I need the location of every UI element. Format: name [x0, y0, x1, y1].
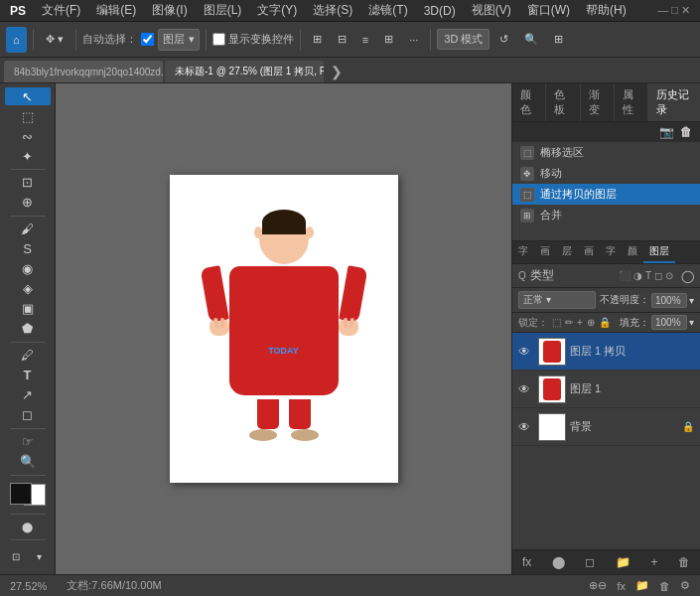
- status-folder-icon[interactable]: 📁: [635, 579, 649, 592]
- history-brush-tool[interactable]: ◉: [5, 260, 51, 278]
- history-camera-icon[interactable]: 📷: [659, 125, 674, 139]
- pen-tool[interactable]: 🖊: [5, 347, 51, 365]
- menu-file[interactable]: 文件(F): [40, 2, 82, 19]
- status-trash-icon[interactable]: 🗑: [659, 580, 670, 592]
- history-item-3[interactable]: ⬚ 通过拷贝的图层: [512, 184, 700, 205]
- clone-tool[interactable]: S: [5, 240, 51, 258]
- search-button[interactable]: 🔍: [518, 27, 544, 53]
- menu-filter[interactable]: 滤镜(T): [366, 2, 409, 19]
- lock-pixels-icon[interactable]: ✏: [565, 317, 573, 328]
- magic-wand-tool[interactable]: ✦: [5, 147, 51, 165]
- filter-pixel-icon[interactable]: ⬛: [619, 270, 630, 281]
- tab-gradient[interactable]: 渐变: [581, 83, 615, 121]
- more-options-button[interactable]: ···: [403, 27, 424, 53]
- menu-3d[interactable]: 3D(D): [422, 4, 458, 18]
- layer-item-background[interactable]: 👁 背景 🔒: [512, 408, 700, 446]
- quick-mask-button[interactable]: ⬤: [5, 518, 51, 535]
- menu-layer[interactable]: 图层(L): [202, 2, 244, 19]
- tab-image2[interactable]: 未标题-1 @ 27.5% (图层 1 拷贝, RGB/8) ✕: [165, 61, 324, 82]
- menu-ps[interactable]: PS: [8, 4, 28, 18]
- delete-layer-button[interactable]: 🗑: [674, 553, 694, 571]
- menu-edit[interactable]: 编辑(E): [94, 2, 138, 19]
- eraser-tool[interactable]: ◈: [5, 280, 51, 298]
- layers-tab-layers[interactable]: 图层: [643, 241, 675, 263]
- menu-help[interactable]: 帮助(H): [584, 2, 629, 19]
- fill-input[interactable]: [651, 315, 687, 330]
- filter-shape-icon[interactable]: ◻: [654, 270, 662, 281]
- filter-adjust-icon[interactable]: ◑: [633, 270, 642, 281]
- tab-swatches[interactable]: 色板: [546, 83, 580, 121]
- menu-view[interactable]: 视图(V): [470, 2, 513, 19]
- tab-color[interactable]: 颜色: [512, 83, 546, 121]
- new-layer-button[interactable]: +: [646, 553, 661, 571]
- menu-window[interactable]: 窗口(W): [525, 2, 572, 19]
- 3d-mode-button[interactable]: 3D 模式: [437, 29, 490, 50]
- filter-type-icon[interactable]: T: [645, 270, 651, 281]
- layers-tab-brush[interactable]: 画: [578, 241, 600, 263]
- lasso-tool[interactable]: ∾: [5, 127, 51, 145]
- foreground-color[interactable]: [10, 483, 32, 505]
- auto-select-checkbox[interactable]: [141, 33, 154, 46]
- status-fx-icon[interactable]: fx: [617, 580, 626, 592]
- lock-position-icon[interactable]: +: [577, 317, 583, 328]
- add-mask-button[interactable]: ◻: [581, 553, 599, 571]
- lock-all-icon[interactable]: 🔒: [599, 317, 611, 328]
- tab-properties[interactable]: 属性: [615, 83, 648, 121]
- tab-more-button[interactable]: ❯: [326, 61, 348, 82]
- tab-history[interactable]: 历史记录: [648, 83, 700, 121]
- heal-tool[interactable]: ⊕: [5, 194, 51, 212]
- blend-mode-dropdown[interactable]: 正常 ▾: [518, 291, 596, 309]
- status-icon1[interactable]: ⊕⊖: [589, 579, 607, 592]
- screen-mode-button[interactable]: ⊡: [5, 544, 27, 570]
- layer-item-1[interactable]: 👁 图层 1: [512, 371, 700, 408]
- history-item-1[interactable]: ⬚ 椭移选区: [512, 142, 700, 163]
- zoom-tool[interactable]: 🔍: [5, 453, 51, 471]
- align-right-button[interactable]: ≡: [356, 27, 374, 53]
- history-item-4[interactable]: ⊞ 合并: [512, 205, 700, 225]
- status-settings-icon[interactable]: ⚙: [680, 579, 690, 592]
- history-delete-icon[interactable]: 🗑: [680, 125, 692, 139]
- rotate-button[interactable]: ↺: [493, 27, 514, 53]
- tab-image1[interactable]: 84b3bly1frvorkqqmnj20qo1400zd.jpg ✕: [4, 61, 163, 82]
- filter-smart-icon[interactable]: ⊙: [665, 270, 673, 281]
- menu-image[interactable]: 图像(I): [150, 2, 189, 19]
- auto-select-dropdown[interactable]: 图层 ▾: [158, 29, 200, 51]
- lock-transparent-icon[interactable]: ⬚: [552, 317, 561, 328]
- type-tool[interactable]: T: [5, 367, 51, 384]
- layer-item-1copy[interactable]: 👁 图层 1 拷贝: [512, 333, 700, 371]
- hand-tool[interactable]: ☞: [5, 433, 51, 451]
- layers-tab-font[interactable]: 字: [600, 241, 622, 263]
- history-item-2[interactable]: ✥ 移动: [512, 163, 700, 184]
- layers-tab-char[interactable]: 字: [512, 241, 534, 263]
- screen-mode-arrow[interactable]: ▾: [29, 544, 51, 570]
- distribute-button[interactable]: ⊞: [378, 27, 399, 53]
- align-center-button[interactable]: ⊟: [332, 27, 352, 53]
- blur-tool[interactable]: ⬟: [5, 320, 51, 338]
- add-adjustment-button[interactable]: ⬤: [548, 553, 569, 571]
- fx-button[interactable]: fx: [518, 553, 535, 571]
- shape-tool[interactable]: ◻: [5, 406, 51, 424]
- menu-select[interactable]: 选择(S): [311, 2, 354, 19]
- menu-text[interactable]: 文字(Y): [255, 2, 299, 19]
- move-tool[interactable]: ↖: [5, 87, 51, 105]
- gradient-tool[interactable]: ▣: [5, 300, 51, 318]
- arrange-button[interactable]: ⊞: [548, 27, 569, 53]
- background-visibility-icon[interactable]: 👁: [518, 420, 534, 434]
- filter-toggle-icon[interactable]: ◯: [681, 269, 694, 283]
- opacity-input[interactable]: [651, 293, 687, 308]
- move-tool-button[interactable]: ✥ ▾: [40, 27, 70, 53]
- crop-tool[interactable]: ⊡: [5, 174, 51, 192]
- layers-tab-paint[interactable]: 画: [534, 241, 556, 263]
- brush-tool[interactable]: 🖌: [5, 221, 51, 238]
- home-button[interactable]: ⌂: [6, 27, 27, 53]
- path-select-tool[interactable]: ↗: [5, 386, 51, 404]
- layer1copy-visibility-icon[interactable]: 👁: [518, 345, 534, 359]
- show-transform-checkbox[interactable]: [212, 33, 225, 46]
- layers-tab-layer[interactable]: 层: [556, 241, 578, 263]
- layers-tab-color2[interactable]: 颜: [622, 241, 643, 263]
- align-left-button[interactable]: ⊞: [307, 27, 328, 53]
- new-group-button[interactable]: 📁: [612, 553, 634, 571]
- color-selector[interactable]: [10, 483, 46, 505]
- lock-artboard-icon[interactable]: ⊕: [587, 317, 595, 328]
- layer1-visibility-icon[interactable]: 👁: [518, 382, 534, 396]
